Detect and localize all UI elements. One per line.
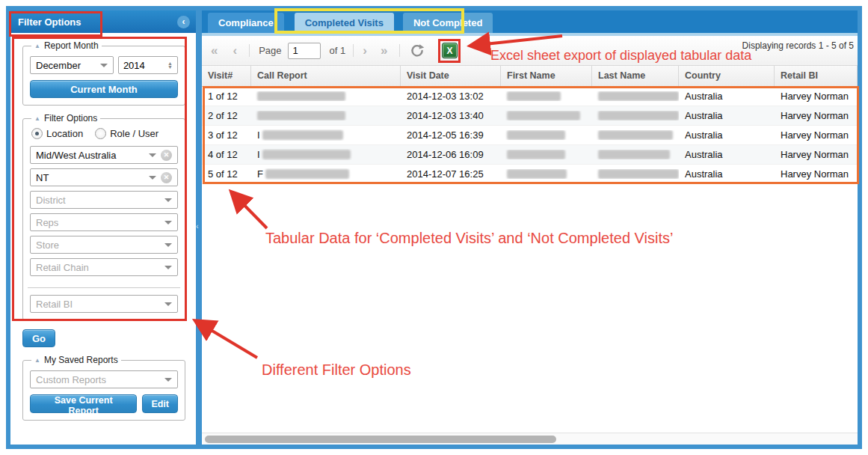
column-header-call-report[interactable]: Call Report <box>251 66 401 86</box>
collapse-triangle-icon[interactable]: ▲ <box>34 43 40 49</box>
cell-first-name <box>501 150 592 159</box>
next-page-button[interactable]: › <box>363 43 367 58</box>
chevron-down-icon <box>149 153 156 157</box>
redacted-call-report <box>262 130 343 140</box>
collapse-triangle-icon[interactable]: ▲ <box>34 357 40 364</box>
chevron-down-icon <box>164 221 172 225</box>
region-select[interactable]: Mid/West Australia✕ <box>30 146 178 164</box>
prev-page-button[interactable]: ‹ <box>233 43 237 58</box>
splitter-collapse-icon[interactable]: ‹ <box>196 222 199 230</box>
cell-visit-date: 2014-12-06 16:09 <box>401 149 501 160</box>
column-header-retail-bi[interactable]: Retail BI <box>775 66 858 86</box>
saved-reports-fieldset: ▲My Saved Reports Custom Reports Save Cu… <box>22 355 185 421</box>
cell-last-name <box>592 130 679 140</box>
district-select[interactable]: District <box>30 191 178 209</box>
cell-last-name <box>592 111 679 120</box>
tab-compliance[interactable]: Compliance <box>208 13 284 33</box>
cell-call-report <box>251 91 401 101</box>
month-select[interactable]: December <box>30 56 114 74</box>
collapse-sidebar-icon[interactable]: ‹ <box>177 16 190 28</box>
column-header-visit[interactable]: Visit# <box>202 66 251 86</box>
page-label: Page <box>259 45 281 56</box>
last-page-button[interactable]: » <box>381 43 387 58</box>
cell-visit-number: 3 of 12 <box>202 129 251 141</box>
radio-dot-icon[interactable] <box>95 128 106 139</box>
redacted-first-name <box>507 150 565 159</box>
toolbar-divider <box>353 44 354 57</box>
redacted-call-report <box>257 111 345 120</box>
cell-retail-bi: Harvey Norman <box>775 129 858 141</box>
radio-role-user[interactable]: Role / User <box>95 128 158 139</box>
cell-country: Australia <box>679 168 775 180</box>
custom-reports-select[interactable]: Custom Reports <box>30 370 178 388</box>
collapse-triangle-icon[interactable]: ▲ <box>34 115 40 122</box>
report-month-fieldset: ▲Report Month December 2014 ▲▼ Current M… <box>22 40 185 106</box>
sidebar-splitter[interactable]: ‹ <box>196 10 202 445</box>
go-button[interactable]: Go <box>22 329 55 347</box>
redacted-first-name <box>507 130 565 140</box>
cell-visit-number: 1 of 12 <box>202 91 251 102</box>
table-row[interactable]: 4 of 12I2014-12-06 16:09AustraliaHarvey … <box>202 145 858 165</box>
redacted-first-name <box>507 91 561 101</box>
excel-export-icon[interactable]: X <box>442 43 458 58</box>
current-month-button[interactable]: Current Month <box>30 80 178 98</box>
store-select[interactable]: Store <box>30 236 178 254</box>
filter-options-legend: Filter Options <box>44 113 97 123</box>
year-spinner[interactable]: 2014 ▲▼ <box>118 56 178 74</box>
column-header-last-name[interactable]: Last Name <box>592 66 679 86</box>
column-header-country[interactable]: Country <box>679 66 775 86</box>
filter-options-fieldset: ▲Filter Options LocationRole / User Mid/… <box>22 113 185 320</box>
redacted-last-name <box>598 91 679 101</box>
cell-call-report: I <box>251 129 401 141</box>
toolbar-divider <box>249 44 250 57</box>
cell-first-name <box>501 130 592 140</box>
table-row[interactable]: 1 of 122014-12-03 13:02AustraliaHarvey N… <box>202 87 858 106</box>
spinner-arrows-icon[interactable]: ▲▼ <box>167 61 173 69</box>
reps-select[interactable]: Reps <box>30 213 178 231</box>
tab-completed-visits[interactable]: Completed Visits <box>295 13 394 33</box>
cell-call-report <box>251 111 401 120</box>
cell-first-name <box>501 169 592 179</box>
clear-selection-icon[interactable]: ✕ <box>161 172 172 183</box>
tab-bar: ComplianceCompleted VisitsNot Completed <box>202 10 858 33</box>
filter-sidebar: Filter Options ‹ ▲Report Month December … <box>10 10 196 445</box>
radio-location[interactable]: Location <box>31 128 83 139</box>
cell-visit-date: 2014-12-03 13:40 <box>401 110 501 121</box>
page-number-input[interactable] <box>288 43 321 59</box>
edit-button[interactable]: Edit <box>142 394 178 413</box>
redacted-last-name <box>598 169 679 179</box>
cell-first-name <box>501 91 592 101</box>
retail-chain-select[interactable]: Retail Chain <box>30 258 178 276</box>
radio-dot-icon[interactable] <box>31 128 43 139</box>
save-current-report-button[interactable]: Save Current Report <box>30 394 137 413</box>
table-row[interactable]: 5 of 12F2014-12-07 16:25AustraliaHarvey … <box>202 165 858 184</box>
cell-country: Australia <box>679 149 775 160</box>
chevron-down-icon <box>164 302 172 306</box>
column-header-first-name[interactable]: First Name <box>501 66 592 86</box>
sidebar-header: Filter Options ‹ <box>10 10 196 33</box>
redacted-call-report <box>257 91 345 101</box>
refresh-icon[interactable] <box>410 43 425 58</box>
scrollbar-thumb[interactable] <box>205 436 556 443</box>
filter-selects: Mid/West Australia✕NT✕DistrictRepsStoreR… <box>30 146 178 313</box>
cell-visit-number: 2 of 12 <box>202 110 251 121</box>
column-header-visit-date[interactable]: Visit Date <box>401 66 501 86</box>
tab-not-completed[interactable]: Not Completed <box>403 13 493 33</box>
cell-retail-bi: Harvey Norman <box>775 149 858 160</box>
filter-mode-radios: LocationRole / User <box>31 128 178 139</box>
retail-bi-select[interactable]: Retail BI <box>30 295 178 313</box>
table-row[interactable]: 3 of 12I2014-12-05 16:39AustraliaHarvey … <box>202 126 858 145</box>
records-count-label: Displaying records 1 - 5 of 5 <box>742 40 854 51</box>
cell-last-name <box>592 150 679 159</box>
report-month-legend: Report Month <box>44 40 99 51</box>
cell-visit-date: 2014-12-05 16:39 <box>401 129 501 141</box>
clear-selection-icon[interactable]: ✕ <box>161 150 172 161</box>
cell-call-report: F <box>251 168 401 180</box>
sidebar-title: Filter Options <box>18 16 81 28</box>
cell-last-name <box>592 91 679 101</box>
pagination-toolbar: « ‹ Page of 1 › » X Displaying records 1… <box>202 36 858 66</box>
territory-select[interactable]: NT✕ <box>30 168 178 186</box>
cell-first-name <box>501 111 592 120</box>
table-row[interactable]: 2 of 122014-12-03 13:40AustraliaHarvey N… <box>202 106 858 126</box>
first-page-button[interactable]: « <box>211 43 218 58</box>
